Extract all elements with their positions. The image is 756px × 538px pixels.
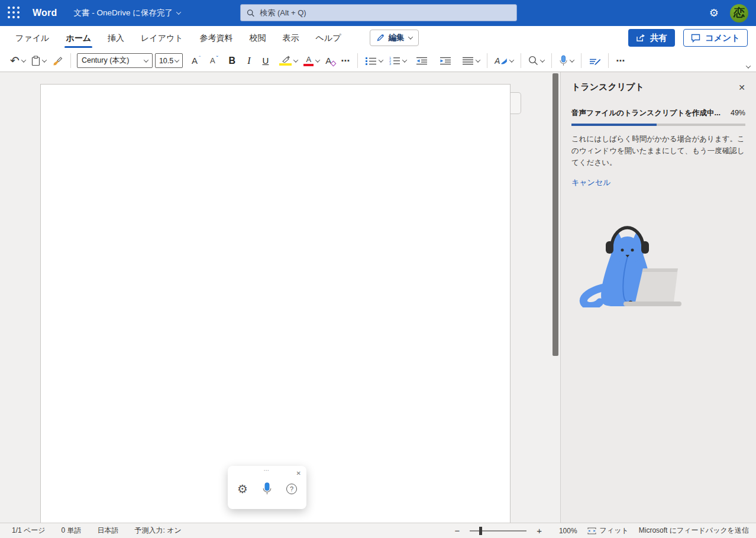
document-canvas-area: ⋯ ✕ ⚙ ? — [0, 72, 560, 523]
tab-home[interactable]: ホーム — [57, 26, 99, 50]
bold-button[interactable]: B — [226, 53, 239, 69]
highlight-button[interactable] — [276, 53, 301, 69]
collapse-ribbon-icon[interactable] — [746, 63, 751, 68]
document-title[interactable]: 文書 - OneDrive に保存完了 — [73, 8, 180, 18]
font-color-button[interactable]: A — [301, 53, 322, 69]
format-painter-button[interactable] — [49, 53, 66, 69]
more-icon: ⋯ — [616, 56, 625, 66]
zoom-in-button[interactable]: + — [537, 526, 542, 535]
dictation-settings-gear-icon[interactable]: ⚙ — [237, 483, 248, 495]
undo-button[interactable]: ↶ — [7, 53, 28, 69]
dictation-help-icon[interactable]: ? — [286, 484, 297, 494]
transcript-progress-label: 音声ファイルのトランスクリプトを作成中... — [571, 108, 721, 118]
shrink-font-button[interactable]: A ˇ — [207, 53, 221, 69]
chevron-down-icon — [176, 9, 181, 14]
transcript-cancel-link[interactable]: キャンセル — [571, 177, 611, 188]
tab-review[interactable]: 校閲 — [241, 26, 274, 50]
chevron-down-icon — [21, 57, 26, 62]
share-button[interactable]: 共有 — [628, 29, 675, 47]
ime-prediction-indicator[interactable]: 予測入力: オン — [135, 526, 182, 536]
zoom-slider-thumb[interactable] — [479, 527, 482, 535]
alignment-button[interactable] — [459, 53, 483, 69]
feedback-link[interactable]: Microsoft にフィードバックを送信 — [639, 526, 749, 536]
caret-up-icon: ˆ — [199, 55, 201, 61]
font-more-button[interactable]: ⋯ — [338, 53, 353, 69]
underline-icon: U — [263, 56, 269, 66]
transcript-progress-bar — [571, 124, 745, 126]
zoom-level[interactable]: 100% — [559, 527, 577, 535]
search-box[interactable] — [240, 4, 517, 21]
dictation-close-icon[interactable]: ✕ — [296, 471, 301, 477]
app-title: Word — [33, 8, 57, 18]
editing-mode-button[interactable]: 編集 — [370, 30, 419, 46]
dictate-button[interactable] — [556, 53, 577, 69]
more-icon: ⋯ — [341, 56, 350, 66]
app-launcher-icon[interactable] — [8, 7, 21, 20]
underline-button[interactable]: U — [260, 53, 272, 69]
decrease-indent-button[interactable] — [413, 53, 431, 69]
tab-references[interactable]: 参考資料 — [192, 26, 241, 50]
comments-button[interactable]: コメント — [683, 29, 748, 47]
share-label: 共有 — [650, 33, 667, 44]
font-size-value: 10.5 — [159, 57, 173, 65]
tab-help[interactable]: ヘルプ — [308, 26, 350, 50]
editing-mode-label: 編集 — [389, 33, 405, 43]
bullets-button[interactable] — [362, 53, 386, 69]
status-bar: 1/1 ページ 0 単語 日本語 予測入力: オン − + 100% フィット … — [0, 523, 756, 538]
document-page[interactable] — [40, 84, 511, 523]
indent-icon — [440, 57, 451, 65]
transcript-progress-percent: 49% — [731, 109, 745, 117]
numbering-button[interactable]: 1 2 3 — [386, 53, 409, 69]
clear-formatting-button[interactable]: A — [322, 53, 334, 69]
increase-indent-button[interactable] — [437, 53, 454, 69]
ribbon-tab-row: ファイル ホーム 挿入 レイアウト 参考資料 校閲 表示 ヘルプ 編集 共有 コ… — [0, 26, 756, 50]
grow-font-button[interactable]: A ˆ — [189, 53, 203, 69]
fit-label: フィット — [600, 526, 629, 536]
word-count[interactable]: 0 単語 — [62, 526, 82, 536]
dictation-microphone-icon[interactable] — [262, 482, 272, 495]
editor-button[interactable] — [586, 53, 604, 69]
styles-icon: A — [495, 56, 508, 66]
zoom-out-button[interactable]: − — [454, 526, 460, 535]
clear-formatting-icon: A — [325, 56, 331, 66]
italic-button[interactable]: I — [244, 53, 253, 69]
font-size-select[interactable]: 10.5 — [155, 53, 183, 68]
chevron-down-icon — [293, 57, 298, 62]
share-icon — [636, 34, 645, 42]
chevron-down-icon — [540, 57, 545, 62]
zoom-slider[interactable] — [470, 530, 526, 531]
ribbon-toolbar: ↶ Century (本文) 10.5 A ˆ A ˇ B I U — [0, 50, 756, 72]
chevron-down-icon — [408, 34, 412, 39]
transcript-close-icon[interactable]: ✕ — [738, 83, 745, 92]
settings-gear-icon[interactable]: ⚙ — [709, 8, 719, 18]
italic-icon: I — [247, 56, 250, 66]
find-button[interactable] — [525, 53, 547, 69]
tab-view[interactable]: 表示 — [274, 26, 308, 50]
vertical-scrollbar[interactable] — [553, 73, 558, 356]
font-name-value: Century (本文) — [82, 56, 130, 66]
tab-file[interactable]: ファイル — [7, 26, 57, 50]
numbered-list-icon: 1 2 3 — [389, 56, 400, 65]
highlight-icon — [279, 56, 292, 66]
styles-button[interactable]: A — [492, 53, 516, 69]
tab-insert[interactable]: 挿入 — [99, 26, 133, 50]
clipboard-icon — [31, 56, 40, 66]
font-name-select[interactable]: Century (本文) — [77, 53, 153, 68]
avatar[interactable]: 恋 — [730, 4, 748, 22]
svg-text:A: A — [495, 56, 500, 66]
search-input[interactable] — [260, 8, 511, 17]
shrink-font-icon: A — [210, 56, 215, 65]
paste-button[interactable] — [28, 53, 49, 69]
margin-note-tab[interactable] — [511, 92, 521, 114]
svg-text:3: 3 — [389, 62, 391, 65]
chevron-down-icon — [175, 57, 179, 62]
app-header: Word 文書 - OneDrive に保存完了 ⚙ 恋 — [0, 0, 756, 26]
language-indicator[interactable]: 日本語 — [98, 526, 119, 536]
page-count[interactable]: 1/1 ページ — [12, 526, 46, 536]
bold-icon: B — [229, 56, 236, 66]
drag-handle-icon[interactable]: ⋯ — [228, 466, 306, 474]
tab-layout[interactable]: レイアウト — [133, 26, 192, 50]
toolbar-overflow-button[interactable]: ⋯ — [613, 53, 628, 69]
fit-to-page-button[interactable]: フィット — [587, 526, 629, 536]
dictation-toolbar: ⋯ ✕ ⚙ ? — [228, 466, 306, 509]
